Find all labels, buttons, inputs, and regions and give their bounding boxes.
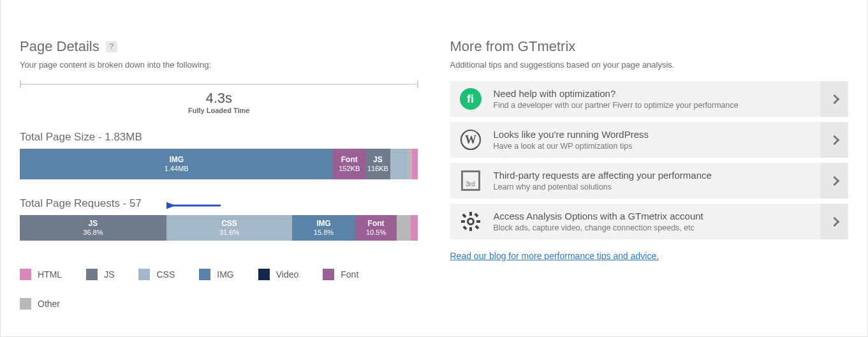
legend-label: Video xyxy=(276,269,299,280)
suggestion-gear[interactable]: Access Analysis Options with a GTmetrix … xyxy=(450,204,849,239)
segment-img[interactable]: IMG1.44MB xyxy=(20,149,333,179)
segment-js[interactable]: JS36.8% xyxy=(20,215,166,241)
segment-value: 1.44MB xyxy=(165,165,189,174)
suggestion-body: Access Analysis Options with a GTmetrix … xyxy=(494,211,809,232)
legend-item-img: IMG xyxy=(199,269,233,280)
segment-font[interactable]: Font10.5% xyxy=(355,215,397,241)
segment-label: JS xyxy=(89,219,98,228)
legend-item-css: CSS xyxy=(138,269,175,280)
wordpress-icon: W xyxy=(460,129,482,151)
legend-label: Other xyxy=(38,299,60,309)
suggestion-icon-slot: 3rd xyxy=(459,169,482,192)
legend-label: HTML xyxy=(38,269,62,280)
request-breakdown-bar: JS36.8%CSS31.6%IMG15.8%Font10.5% xyxy=(20,215,418,241)
suggestion-title: Third-party requests are affecting your … xyxy=(494,170,809,181)
page-details-heading-text: Page Details xyxy=(20,38,99,55)
suggestion-desc: Find a developer with our partner Fiverr… xyxy=(494,101,809,110)
svg-rect-7 xyxy=(462,213,466,218)
fiverr-icon: fi xyxy=(460,88,482,110)
annotation-arrow-icon xyxy=(166,198,224,213)
more-subtext: Additional tips and suggestions based on… xyxy=(450,60,849,70)
suggestion-desc: Block ads, capture video, change connect… xyxy=(494,223,809,232)
gear-icon xyxy=(460,211,481,232)
segment-label: IMG xyxy=(169,155,184,165)
suggestion-fiverr[interactable]: fiNeed help with optimization?Find a dev… xyxy=(450,81,849,117)
suggestion-wordpress[interactable]: WLooks like you're running WordPressHave… xyxy=(450,122,849,158)
legend-label: JS xyxy=(104,269,114,280)
segment-label: IMG xyxy=(316,219,331,228)
segment-label: Font xyxy=(341,155,358,165)
suggestion-icon-slot: fi xyxy=(459,87,482,110)
segment-value: 15.8% xyxy=(314,228,334,237)
segment-label: CSS xyxy=(221,219,237,228)
suggestion-icon-slot xyxy=(459,210,482,233)
size-breakdown-bar: IMG1.44MBFont152KBJS116KB xyxy=(20,149,418,179)
help-icon[interactable]: ? xyxy=(106,41,117,52)
segment-js[interactable]: JS116KB xyxy=(365,149,390,179)
suggestion-body: Third-party requests are affecting your … xyxy=(494,170,809,191)
segment-img[interactable]: IMG15.8% xyxy=(292,215,355,241)
legend-item-font: Font xyxy=(323,269,358,280)
fully-loaded-label: Fully Loaded Time xyxy=(20,107,418,114)
total-page-size-heading: Total Page Size - 1.83MB xyxy=(20,131,418,144)
svg-rect-5 xyxy=(461,220,465,223)
svg-rect-3 xyxy=(469,212,472,216)
segment-value: 152KB xyxy=(339,165,360,174)
suggestion-body: Need help with optimization?Find a devel… xyxy=(494,88,809,110)
segment-value: 10.5% xyxy=(366,228,386,237)
segment-html[interactable] xyxy=(412,149,418,179)
more-heading: More from GTmetrix xyxy=(450,38,849,55)
legend-label: CSS xyxy=(156,269,175,280)
legend-item-other: Other xyxy=(20,298,60,310)
segment-value: 31.6% xyxy=(219,228,239,237)
suggestion-third[interactable]: 3rdThird-party requests are affecting yo… xyxy=(450,163,849,198)
legend-swatch xyxy=(138,269,150,280)
svg-rect-4 xyxy=(469,227,472,231)
segment-other[interactable] xyxy=(397,215,411,241)
chevron-right-icon[interactable] xyxy=(820,204,848,239)
legend-label: Font xyxy=(341,269,358,280)
segment-value: 36.8% xyxy=(83,228,103,237)
suggestion-title: Looks like you're running WordPress xyxy=(494,129,809,140)
timeline-bar xyxy=(20,81,418,87)
legend-item-html: HTML xyxy=(20,269,62,280)
legend: HTMLJSCSSIMGVideoFontOther xyxy=(20,269,418,310)
segment-font[interactable]: Font152KB xyxy=(333,149,365,179)
svg-rect-10 xyxy=(462,225,467,230)
svg-rect-8 xyxy=(474,225,479,229)
legend-label: IMG xyxy=(217,269,233,280)
segment-other[interactable] xyxy=(408,149,412,179)
segment-label: JS xyxy=(373,155,383,165)
chevron-right-icon[interactable] xyxy=(820,81,848,117)
legend-swatch xyxy=(323,269,334,280)
segment-html[interactable] xyxy=(411,215,418,241)
legend-swatch xyxy=(20,298,31,310)
suggestion-title: Need help with optimization? xyxy=(494,88,809,99)
suggestion-title: Access Analysis Options with a GTmetrix … xyxy=(494,211,809,221)
third-party-icon: 3rd xyxy=(461,170,480,191)
suggestion-desc: Have a look at our WP optimization tips xyxy=(494,142,809,151)
legend-swatch xyxy=(86,269,98,280)
svg-text:W: W xyxy=(465,133,476,146)
legend-swatch xyxy=(258,269,270,280)
legend-swatch xyxy=(20,269,31,280)
segment-css[interactable] xyxy=(390,149,408,179)
svg-rect-6 xyxy=(476,220,480,223)
fully-loaded-value: 4.3s xyxy=(20,90,418,107)
page-details-heading: Page Details ? xyxy=(20,38,418,55)
blog-link[interactable]: Read our blog for more performance tips … xyxy=(450,251,659,261)
segment-label: Font xyxy=(368,219,385,228)
chevron-right-icon[interactable] xyxy=(820,122,848,158)
legend-swatch xyxy=(199,269,210,280)
page-details-subtext: Your page content is broken down into th… xyxy=(20,60,418,70)
chevron-right-icon[interactable] xyxy=(820,163,848,198)
svg-rect-9 xyxy=(474,213,478,217)
legend-item-js: JS xyxy=(86,269,114,280)
suggestion-body: Looks like you're running WordPressHave … xyxy=(494,129,809,151)
suggestion-icon-slot: W xyxy=(459,128,482,151)
legend-item-video: Video xyxy=(258,269,299,280)
suggestion-desc: Learn why and potential solutions xyxy=(494,183,809,191)
segment-css[interactable]: CSS31.6% xyxy=(166,215,292,241)
segment-value: 116KB xyxy=(367,165,388,174)
